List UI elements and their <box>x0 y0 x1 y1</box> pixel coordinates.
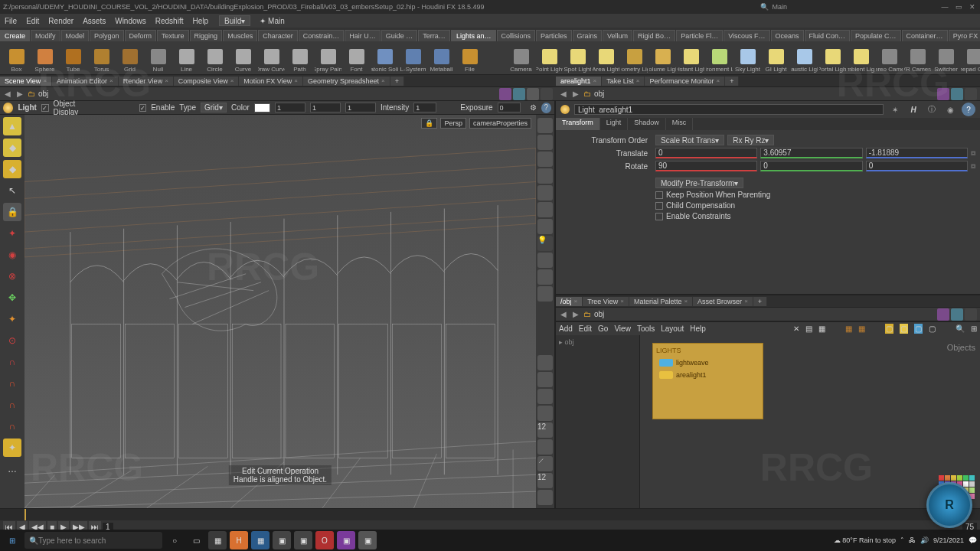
net-snap[interactable]: ⊞ <box>971 324 977 333</box>
h-icon[interactable]: H <box>906 103 920 116</box>
type-dropdown[interactable]: Grid ▾ <box>201 103 227 112</box>
net-sticky[interactable]: ▢ <box>900 324 908 334</box>
shelf-item[interactable]: Geometry Light <box>621 44 648 73</box>
palette-swatch[interactable] <box>969 475 975 481</box>
yellow-tool[interactable]: ✦ <box>3 439 21 457</box>
shelf-item[interactable]: Metaball <box>428 44 455 73</box>
magnet4[interactable]: ∩ <box>3 417 21 435</box>
lock-rot-icon[interactable]: ⧈ <box>971 161 975 171</box>
max-icon[interactable] <box>965 88 977 100</box>
shelf-tab[interactable]: Create <box>0 30 30 41</box>
shelf-item[interactable]: Spot Light <box>564 44 591 73</box>
disp-opt8[interactable] <box>537 286 553 302</box>
shelf-tab[interactable]: Rigid Bo… <box>633 30 675 41</box>
help-icon[interactable]: ? <box>962 103 975 116</box>
pane-tab[interactable]: Tree View× <box>583 297 629 306</box>
search-main[interactable]: 🔍 Main <box>760 3 787 11</box>
disp-globe[interactable] <box>537 253 553 268</box>
menu-assets[interactable]: Assets <box>78 17 110 25</box>
3d-viewport[interactable]: 🔒 Persp cameraProperties <box>24 115 536 508</box>
pin-icon[interactable] <box>937 88 949 100</box>
tray-notif[interactable]: 💬 <box>969 536 977 544</box>
shelf-item[interactable]: Gamepad Camera <box>961 44 980 73</box>
fwd-icon[interactable]: ▶ <box>15 90 24 98</box>
tx-field[interactable]: 0 <box>655 148 757 158</box>
shelf-item[interactable]: File <box>456 44 483 73</box>
shelf-tab[interactable]: Character <box>258 30 298 41</box>
move-tool[interactable]: ✥ <box>3 289 21 307</box>
palette-swatch[interactable] <box>963 481 969 487</box>
shelf-tab[interactable]: Muscles <box>223 30 257 41</box>
playhead[interactable] <box>24 509 26 520</box>
tray-net[interactable]: 🖧 <box>909 536 916 544</box>
axis-tool[interactable]: ✦ <box>3 310 21 328</box>
net-grid2[interactable]: ▦ <box>858 324 865 333</box>
pane-tab[interactable]: Motion FX View× <box>239 77 303 86</box>
shelf-tab[interactable]: Deform <box>125 30 157 41</box>
shelf-item[interactable]: Switcher <box>933 44 959 73</box>
shelf-tab[interactable]: Pyro FX <box>949 30 980 41</box>
shelf-item[interactable]: Portal Light <box>819 44 846 73</box>
shelf-item[interactable]: Stereo Camera <box>876 44 903 73</box>
shelf-item[interactable]: Sky Light <box>734 44 761 73</box>
disp-light[interactable]: 💡 <box>537 236 553 251</box>
folder-icon[interactable]: 🗀 <box>28 90 35 98</box>
snap1[interactable]: ⊙ <box>3 331 21 350</box>
menu-windows[interactable]: Windows <box>110 17 151 25</box>
max-icon[interactable] <box>541 88 553 100</box>
pane-tab[interactable]: /obj× <box>556 297 583 306</box>
disp-opt4[interactable] <box>537 185 553 201</box>
shelf-item[interactable]: Platonic Solids <box>371 44 398 73</box>
task-app6[interactable]: O <box>315 531 334 549</box>
net-script[interactable]: ▢ <box>929 324 936 333</box>
color-g[interactable] <box>310 103 341 112</box>
net-edit[interactable]: Edit <box>579 324 592 333</box>
enable-constraints-check[interactable] <box>655 213 663 220</box>
tray-date[interactable]: 9/21/2021 <box>933 536 964 544</box>
folder-icon[interactable]: 🗀 <box>583 90 591 98</box>
modify-pretransform-dd[interactable]: Modify Pre-Transform ▾ <box>655 178 743 188</box>
net-tool3[interactable]: ▦ <box>818 324 825 333</box>
shelf-item[interactable]: Torus <box>88 44 115 73</box>
minimize-icon[interactable]: — <box>940 2 949 11</box>
palette-swatch[interactable] <box>969 481 975 487</box>
network-path[interactable]: obj <box>594 310 934 318</box>
transform-order-dd1[interactable]: Scale Rot Trans ▾ <box>655 135 724 145</box>
task-cortana[interactable]: ○ <box>165 531 184 549</box>
pane-tab[interactable]: Take List× <box>602 77 645 86</box>
start-button[interactable]: ⊞ <box>3 531 21 549</box>
task-app3[interactable]: ▦ <box>251 531 270 549</box>
shelf-item[interactable]: GI Light <box>763 44 789 73</box>
folder-icon[interactable]: 🗀 <box>583 310 591 318</box>
lock-xyz-icon[interactable]: ⧈ <box>971 148 975 158</box>
net-search[interactable]: 🔍 <box>956 324 965 333</box>
shelf-item[interactable]: Draw Curve <box>258 44 285 73</box>
net-note[interactable]: ▢ <box>885 324 893 334</box>
shelf-tab[interactable]: Polygon <box>90 30 124 41</box>
pane-tab[interactable]: Asset Browser× <box>693 297 753 306</box>
magnet3[interactable]: ∩ <box>3 396 21 414</box>
eye-icon[interactable]: ◉ <box>943 103 957 116</box>
disp-opt1[interactable] <box>537 118 553 133</box>
shelf-tab[interactable]: Model <box>61 30 90 41</box>
shelf-tab[interactable]: Grains <box>573 30 603 41</box>
path-string[interactable]: obj <box>594 90 934 98</box>
tz-field[interactable]: -1.81889 <box>866 148 968 158</box>
select-tool2[interactable]: ◆ <box>3 160 21 178</box>
task-app4[interactable]: ▣ <box>273 531 291 549</box>
back-icon[interactable]: ◀ <box>3 90 12 98</box>
shelf-item[interactable]: Environment Light <box>706 44 733 73</box>
disp-opt5[interactable] <box>537 202 553 217</box>
disp-b2[interactable] <box>537 372 553 387</box>
shelf-tab[interactable]: Populate C… <box>851 30 901 41</box>
gear-icon[interactable]: ✶ <box>888 103 902 116</box>
disp-lock[interactable] <box>537 168 553 184</box>
menu-help[interactable]: Help <box>188 17 213 25</box>
disp-opt2[interactable] <box>537 135 553 150</box>
globe-icon[interactable] <box>951 88 963 100</box>
shelf-item[interactable]: Spray Paint <box>315 44 341 73</box>
desktop-main[interactable]: ✦ Main <box>260 17 284 25</box>
shelf-tab[interactable]: Constrain… <box>299 30 345 41</box>
net-img[interactable]: ▢ <box>914 324 923 334</box>
shelf-item[interactable]: Area Light <box>593 44 619 73</box>
